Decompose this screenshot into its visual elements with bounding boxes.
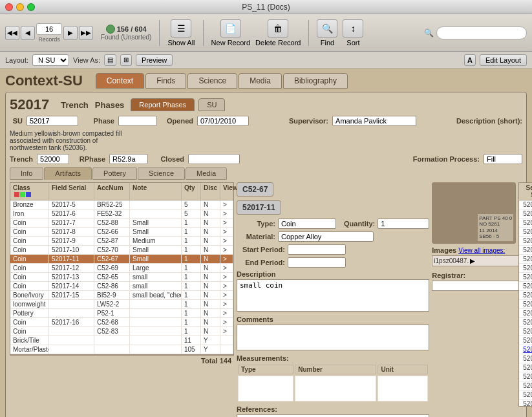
references-input[interactable] bbox=[237, 414, 429, 417]
su-list-item[interactable]: 52020 bbox=[519, 372, 532, 381]
opened-input[interactable] bbox=[197, 116, 249, 126]
cell-view[interactable]: > bbox=[220, 246, 233, 254]
table-row[interactable]: Coin 52017-14 C52-86 small 1 N > bbox=[10, 282, 233, 291]
search-input[interactable] bbox=[436, 27, 527, 39]
record-number-input[interactable]: 16 bbox=[36, 23, 62, 35]
cell-view[interactable] bbox=[220, 345, 233, 354]
table-row[interactable]: Coin 52017-12 C52-69 Large 1 N > bbox=[10, 264, 233, 273]
table-row[interactable]: Bone/Ivory 52017-15 BI52-9 small bead, "… bbox=[10, 291, 233, 300]
tab-pottery[interactable]: Pottery bbox=[92, 167, 137, 180]
su-list-item[interactable]: 52011 bbox=[519, 291, 532, 300]
su-list-item[interactable]: 52009 bbox=[519, 273, 532, 282]
tab-media-inner[interactable]: Media bbox=[186, 167, 227, 180]
su-list-item[interactable]: 52014 bbox=[519, 318, 532, 327]
cell-view[interactable]: > bbox=[220, 237, 233, 245]
cell-view[interactable] bbox=[220, 336, 233, 345]
cell-view[interactable]: > bbox=[220, 327, 233, 336]
table-row[interactable]: Coin 52017-11 C52-67 Small 1 N > bbox=[10, 255, 233, 264]
su-list-item[interactable]: 52023 bbox=[519, 400, 532, 407]
table-row[interactable]: Coin 52017-7 C52-88 Small 1 N > bbox=[10, 219, 233, 228]
cell-view[interactable]: > bbox=[220, 318, 233, 326]
view-list-button[interactable]: ⊞ bbox=[120, 54, 132, 66]
table-row[interactable]: Mortar/Plaster 105 Y bbox=[10, 345, 233, 354]
image-nav-icon[interactable]: ▶ bbox=[470, 257, 475, 264]
su-list-item[interactable]: 52021 bbox=[519, 381, 532, 390]
new-record-button[interactable]: 📄 New Record bbox=[211, 19, 251, 47]
preview-button[interactable]: Preview bbox=[136, 54, 173, 66]
su-list-item[interactable]: 52016 bbox=[519, 336, 532, 345]
formation-input[interactable] bbox=[484, 154, 522, 164]
table-row[interactable]: Coin 52017-9 C52-87 Medium 1 N > bbox=[10, 237, 233, 246]
tab-context[interactable]: Context bbox=[96, 73, 144, 89]
tab-artifacts[interactable]: Artifacts bbox=[44, 167, 92, 180]
layout-select[interactable]: N SU bbox=[32, 54, 69, 66]
start-period-input[interactable] bbox=[288, 244, 346, 255]
tab-science[interactable]: Science bbox=[187, 73, 237, 89]
end-period-input[interactable] bbox=[288, 257, 346, 268]
su-list-item[interactable]: 52003 bbox=[519, 219, 532, 228]
cell-view[interactable]: > bbox=[220, 282, 233, 290]
phase-input[interactable] bbox=[118, 116, 157, 126]
su-list-item[interactable]: 52013 bbox=[519, 309, 532, 318]
table-row[interactable]: Coin C52-83 1 N > bbox=[10, 327, 233, 336]
closed-input[interactable] bbox=[188, 154, 240, 164]
comments-textarea[interactable] bbox=[237, 325, 429, 350]
trench-input[interactable] bbox=[37, 154, 69, 164]
su-list-item[interactable]: 52005 bbox=[519, 237, 532, 246]
su-list-item[interactable]: 52002 bbox=[519, 209, 532, 219]
su-list-item[interactable]: 52010 bbox=[519, 282, 532, 291]
window-controls[interactable] bbox=[5, 3, 35, 11]
su-list-item[interactable]: 52012 bbox=[519, 300, 532, 309]
su-list-item[interactable]: 52006 bbox=[519, 246, 532, 255]
cell-view[interactable]: > bbox=[220, 209, 233, 218]
rphase-input[interactable] bbox=[109, 154, 148, 164]
maximize-button[interactable] bbox=[27, 3, 35, 11]
subtab-su[interactable]: SU bbox=[198, 98, 225, 111]
table-row[interactable]: Pottery P52-1 1 N > bbox=[10, 309, 233, 318]
table-row[interactable]: Coin 52017-16 C52-68 1 N > bbox=[10, 318, 233, 327]
nav-next-button[interactable]: ▶ bbox=[63, 26, 78, 40]
table-row[interactable]: Coin 52017-8 C52-66 Small 1 N > bbox=[10, 228, 233, 237]
view-all-images-link[interactable]: View all images: bbox=[458, 247, 505, 254]
view-form-button[interactable]: ▤ bbox=[104, 54, 116, 66]
material-input[interactable] bbox=[278, 231, 374, 242]
table-row[interactable]: Coin 52017-13 C52-65 small 1 N > bbox=[10, 273, 233, 282]
font-size-button[interactable]: A bbox=[464, 54, 476, 66]
tab-science[interactable]: Science bbox=[138, 167, 185, 180]
tab-info[interactable]: Info bbox=[10, 167, 43, 180]
su-list-item[interactable]: 52019 bbox=[519, 363, 532, 372]
cell-view[interactable]: > bbox=[220, 264, 233, 272]
su-value-input[interactable] bbox=[27, 116, 78, 126]
subtab-report-phases[interactable]: Report Phases bbox=[131, 98, 195, 111]
supervisor-input[interactable] bbox=[332, 116, 416, 126]
cell-view[interactable]: > bbox=[220, 255, 233, 263]
su-list-item[interactable]: 52018 bbox=[519, 354, 532, 363]
find-button[interactable]: 🔍 Find bbox=[317, 19, 337, 47]
cell-view[interactable]: > bbox=[220, 300, 233, 308]
tab-media[interactable]: Media bbox=[239, 73, 282, 89]
cell-view[interactable]: > bbox=[220, 291, 233, 299]
table-row[interactable]: Coin 52017-10 C52-70 Small 1 N > bbox=[10, 246, 233, 255]
nav-forward-button[interactable]: ▶▶ bbox=[79, 26, 93, 40]
table-row[interactable]: Bronze 52017-5 BR52-25 5 N > bbox=[10, 200, 233, 209]
nav-back-button[interactable]: ◀◀ bbox=[5, 26, 19, 40]
su-list-item[interactable]: 52001 bbox=[519, 200, 532, 209]
cell-view[interactable]: > bbox=[220, 228, 233, 236]
sort-button[interactable]: ↕ Sort bbox=[343, 19, 363, 47]
table-row[interactable]: Brick/Tile 11 Y bbox=[10, 336, 233, 345]
minimize-button[interactable] bbox=[16, 3, 24, 11]
registrar-input[interactable] bbox=[432, 281, 526, 291]
su-list-item[interactable]: 52015 bbox=[519, 327, 532, 336]
cell-view[interactable]: > bbox=[220, 219, 233, 227]
description-textarea[interactable]: small coin bbox=[237, 279, 429, 312]
su-list-item[interactable]: 52004 bbox=[519, 228, 532, 237]
su-list-item[interactable]: 52008 bbox=[519, 264, 532, 273]
tab-bibliography[interactable]: Bibliography bbox=[283, 73, 348, 89]
su-list-item[interactable]: 52022 bbox=[519, 390, 532, 400]
type-input[interactable] bbox=[278, 219, 336, 229]
table-row[interactable]: Iron 52017-6 FE52-32 5 N > bbox=[10, 209, 233, 219]
nav-prev-button[interactable]: ◀ bbox=[21, 26, 35, 40]
cell-view[interactable]: > bbox=[220, 309, 233, 317]
close-button[interactable] bbox=[5, 3, 13, 11]
quantity-input[interactable] bbox=[378, 219, 429, 229]
